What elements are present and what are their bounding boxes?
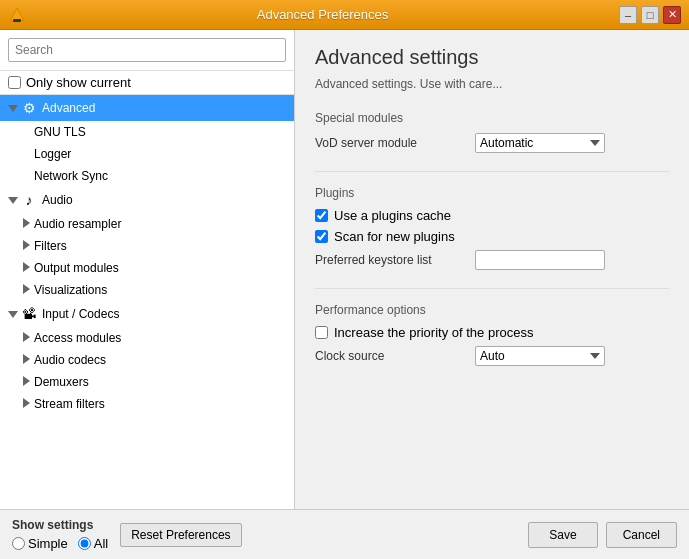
section-special-modules: Special modules: [315, 111, 669, 125]
vod-server-select[interactable]: Automatic None: [475, 133, 605, 153]
plugins-cache-checkbox[interactable]: [315, 209, 328, 222]
expander-output-modules: [20, 262, 34, 274]
divider-2: [315, 288, 669, 289]
radio-all-input[interactable]: [78, 537, 91, 550]
tree-item-logger[interactable]: Logger: [0, 143, 294, 165]
tree-label-demuxers: Demuxers: [34, 375, 89, 389]
tree-item-output-modules[interactable]: Output modules: [0, 257, 294, 279]
tree-label-stream-filters: Stream filters: [34, 397, 105, 411]
keystore-row: Preferred keystore list: [315, 250, 669, 270]
tree-item-gnu-tls[interactable]: GNU TLS: [0, 121, 294, 143]
plugins-cache-row: Use a plugins cache: [315, 208, 669, 223]
maximize-button[interactable]: □: [641, 6, 659, 24]
expander-audio-resampler: [20, 218, 34, 230]
expander-visualizations: [20, 284, 34, 296]
close-button[interactable]: ✕: [663, 6, 681, 24]
vod-server-row: VoD server module Automatic None: [315, 133, 669, 153]
scan-new-plugins-row: Scan for new plugins: [315, 229, 669, 244]
search-input[interactable]: [8, 38, 286, 62]
expander-access-modules: [20, 332, 34, 344]
clock-source-label: Clock source: [315, 349, 475, 363]
vod-server-label: VoD server module: [315, 136, 475, 150]
search-box: [0, 30, 294, 71]
tree-label-advanced: Advanced: [42, 101, 95, 115]
tree-item-stream-filters[interactable]: Stream filters: [0, 393, 294, 415]
tree-item-filters[interactable]: Filters: [0, 235, 294, 257]
priority-label: Increase the priority of the process: [334, 325, 533, 340]
tree-label-network-sync: Network Sync: [34, 169, 108, 183]
codec-icon: 📽: [20, 305, 38, 323]
tree-label-input-codecs: Input / Codecs: [42, 307, 119, 321]
sidebar: Only show current ⚙ Advanced GNU TLS Log…: [0, 30, 295, 509]
tree-item-audio-codecs[interactable]: Audio codecs: [0, 349, 294, 371]
radio-all[interactable]: All: [78, 536, 108, 551]
show-settings-label: Show settings: [12, 518, 108, 532]
tree-label-audio-codecs: Audio codecs: [34, 353, 106, 367]
tree-label-audio-resampler: Audio resampler: [34, 217, 121, 231]
tree-area[interactable]: ⚙ Advanced GNU TLS Logger Network Sync: [0, 95, 294, 509]
expander-advanced: [6, 103, 20, 114]
reset-preferences-button[interactable]: Reset Preferences: [120, 523, 241, 547]
window-title: Advanced Preferences: [26, 7, 619, 22]
section-plugins: Plugins: [315, 186, 669, 200]
tree-item-demuxers[interactable]: Demuxers: [0, 371, 294, 393]
priority-checkbox[interactable]: [315, 326, 328, 339]
only-show-current-label: Only show current: [26, 75, 131, 90]
tree-label-logger: Logger: [34, 147, 71, 161]
vlc-icon: [8, 6, 26, 24]
only-show-current-checkbox[interactable]: [8, 76, 21, 89]
tree-item-network-sync[interactable]: Network Sync: [0, 165, 294, 187]
tree-item-audio[interactable]: ♪ Audio: [0, 187, 294, 213]
right-panel: Advanced settings Advanced settings. Use…: [295, 30, 689, 509]
tree-label-gnu-tls: GNU TLS: [34, 125, 86, 139]
radio-group: Simple All: [12, 536, 108, 551]
section-performance: Performance options: [315, 303, 669, 317]
tree-item-audio-resampler[interactable]: Audio resampler: [0, 213, 294, 235]
priority-row: Increase the priority of the process: [315, 325, 669, 340]
keystore-input[interactable]: [475, 250, 605, 270]
gear-icon: ⚙: [20, 99, 38, 117]
expander-demuxers: [20, 376, 34, 388]
expander-audio-codecs: [20, 354, 34, 366]
cancel-button[interactable]: Cancel: [606, 522, 677, 548]
tree-item-visualizations[interactable]: Visualizations: [0, 279, 294, 301]
panel-subtitle: Advanced settings. Use with care...: [315, 77, 669, 91]
tree-label-access-modules: Access modules: [34, 331, 121, 345]
keystore-label: Preferred keystore list: [315, 253, 475, 267]
music-icon: ♪: [20, 191, 38, 209]
divider-1: [315, 171, 669, 172]
scan-new-plugins-checkbox[interactable]: [315, 230, 328, 243]
window-controls: – □ ✕: [619, 6, 681, 24]
save-button[interactable]: Save: [528, 522, 597, 548]
tree-label-output-modules: Output modules: [34, 261, 119, 275]
svg-rect-1: [13, 19, 21, 22]
bottom-right-buttons: Save Cancel: [528, 522, 677, 548]
only-show-current-row: Only show current: [0, 71, 294, 95]
tree-item-input-codecs[interactable]: 📽 Input / Codecs: [0, 301, 294, 327]
bottom-bar: Show settings Simple All Reset Preferenc…: [0, 509, 689, 559]
scan-new-plugins-label: Scan for new plugins: [334, 229, 455, 244]
radio-all-label: All: [94, 536, 108, 551]
tree-label-filters: Filters: [34, 239, 67, 253]
expander-input-codecs: [6, 309, 20, 320]
tree-item-access-modules[interactable]: Access modules: [0, 327, 294, 349]
radio-simple[interactable]: Simple: [12, 536, 68, 551]
tree-label-visualizations: Visualizations: [34, 283, 107, 297]
expander-stream-filters: [20, 398, 34, 410]
show-settings-group: Show settings Simple All: [12, 518, 108, 551]
clock-source-row: Clock source Auto Default: [315, 346, 669, 366]
minimize-button[interactable]: –: [619, 6, 637, 24]
expander-filters: [20, 240, 34, 252]
expander-audio: [6, 195, 20, 206]
tree-item-advanced[interactable]: ⚙ Advanced: [0, 95, 294, 121]
main-content: Only show current ⚙ Advanced GNU TLS Log…: [0, 30, 689, 509]
clock-source-select[interactable]: Auto Default: [475, 346, 605, 366]
plugins-cache-label: Use a plugins cache: [334, 208, 451, 223]
titlebar: Advanced Preferences – □ ✕: [0, 0, 689, 30]
tree-label-audio: Audio: [42, 193, 73, 207]
radio-simple-input[interactable]: [12, 537, 25, 550]
radio-simple-label: Simple: [28, 536, 68, 551]
panel-title: Advanced settings: [315, 46, 669, 69]
